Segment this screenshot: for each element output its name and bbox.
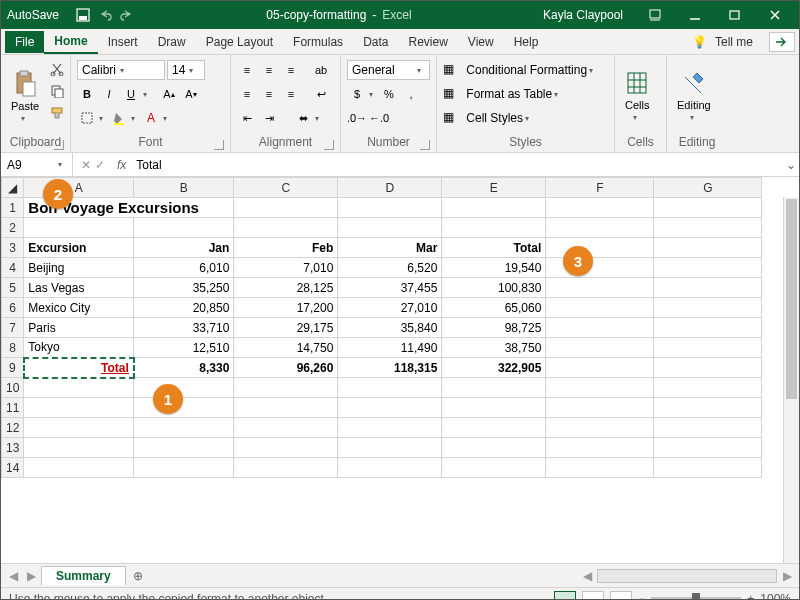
- align-middle-icon[interactable]: ≡: [259, 60, 279, 80]
- svg-rect-3: [730, 11, 739, 19]
- cancel-formula-icon[interactable]: ✕: [81, 158, 91, 172]
- select-all-corner[interactable]: ◢: [2, 178, 24, 198]
- selected-cell[interactable]: Total: [24, 358, 134, 378]
- minimize-icon[interactable]: [677, 1, 713, 29]
- align-bottom-icon[interactable]: ≡: [281, 60, 301, 80]
- formula-input[interactable]: Total: [130, 158, 783, 172]
- orientation-icon[interactable]: ab: [311, 60, 331, 80]
- conditional-formatting-button[interactable]: ▦ Conditional Formatting▾: [443, 59, 608, 81]
- col-header[interactable]: B: [134, 178, 234, 198]
- redo-icon[interactable]: [119, 7, 135, 23]
- callout-2: 2: [43, 179, 73, 209]
- col-header[interactable]: F: [546, 178, 654, 198]
- col-header[interactable]: A: [24, 178, 134, 198]
- vertical-scrollbar[interactable]: [783, 197, 799, 563]
- tab-data[interactable]: Data: [353, 31, 398, 53]
- increase-indent-icon[interactable]: ⇥: [259, 108, 279, 128]
- page-layout-view-icon[interactable]: [582, 591, 604, 601]
- percent-format-icon[interactable]: %: [379, 84, 399, 104]
- sheet-tab[interactable]: Summary: [41, 566, 126, 585]
- align-left-icon[interactable]: ≡: [237, 84, 257, 104]
- add-sheet-button[interactable]: ⊕: [128, 566, 148, 586]
- cell-styles-button[interactable]: ▦ Cell Styles▾: [443, 107, 608, 129]
- grow-font-button[interactable]: A▴: [159, 84, 179, 104]
- paste-button[interactable]: Paste ▾: [7, 59, 43, 134]
- fx-icon[interactable]: fx: [113, 158, 130, 172]
- share-button[interactable]: [769, 32, 795, 52]
- zoom-level[interactable]: 100%: [760, 592, 791, 601]
- tab-home[interactable]: Home: [44, 30, 97, 54]
- fill-color-button[interactable]: [109, 108, 129, 128]
- format-painter-icon[interactable]: [47, 103, 67, 123]
- merge-icon[interactable]: ⬌: [293, 108, 313, 128]
- enter-formula-icon[interactable]: ✓: [95, 158, 105, 172]
- align-right-icon[interactable]: ≡: [281, 84, 301, 104]
- font-color-button[interactable]: A: [141, 108, 161, 128]
- save-icon[interactable]: [75, 7, 91, 23]
- tab-formulas[interactable]: Formulas: [283, 31, 353, 53]
- tab-view[interactable]: View: [458, 31, 504, 53]
- decrease-indent-icon[interactable]: ⇤: [237, 108, 257, 128]
- align-center-icon[interactable]: ≡: [259, 84, 279, 104]
- page-break-view-icon[interactable]: [610, 591, 632, 601]
- svg-rect-10: [55, 89, 63, 98]
- tab-review[interactable]: Review: [398, 31, 457, 53]
- spreadsheet-grid[interactable]: ◢ A B C D E F G 1Bon Voyage Excursions 2…: [1, 177, 799, 563]
- col-header[interactable]: D: [338, 178, 442, 198]
- svg-rect-1: [79, 16, 87, 20]
- increase-decimal-icon[interactable]: .0→: [347, 108, 367, 128]
- tab-nav-prev-icon[interactable]: ◀: [5, 569, 21, 583]
- format-as-table-button[interactable]: ▦ Format as Table▾: [443, 83, 608, 105]
- tab-file[interactable]: File: [5, 31, 44, 53]
- tab-help[interactable]: Help: [504, 31, 549, 53]
- app-name: Excel: [382, 8, 411, 22]
- bold-button[interactable]: B: [77, 84, 97, 104]
- zoom-in-button[interactable]: +: [747, 592, 754, 601]
- tab-insert[interactable]: Insert: [98, 31, 148, 53]
- copy-icon[interactable]: [47, 81, 67, 101]
- underline-button[interactable]: U: [121, 84, 141, 104]
- maximize-icon[interactable]: [717, 1, 753, 29]
- col-header[interactable]: E: [442, 178, 546, 198]
- italic-button[interactable]: I: [99, 84, 119, 104]
- svg-rect-11: [52, 108, 62, 113]
- sheet-tabs-bar: ◀ ▶ Summary ⊕ ◀▶: [1, 563, 799, 587]
- accounting-format-icon[interactable]: $: [347, 84, 367, 104]
- close-icon[interactable]: [757, 1, 793, 29]
- zoom-out-button[interactable]: −: [638, 592, 645, 601]
- col-header[interactable]: C: [234, 178, 338, 198]
- svg-rect-6: [23, 82, 35, 96]
- cut-icon[interactable]: [47, 59, 67, 79]
- horizontal-scrollbar[interactable]: ◀▶: [579, 569, 795, 583]
- cells-button[interactable]: Cells▾: [621, 59, 653, 134]
- wrap-text-icon[interactable]: ↩: [311, 84, 331, 104]
- font-name-select[interactable]: Calibri▾: [77, 60, 165, 80]
- ribbon-options-icon[interactable]: [637, 1, 673, 29]
- font-size-select[interactable]: 14▾: [167, 60, 205, 80]
- tab-page-layout[interactable]: Page Layout: [196, 31, 283, 53]
- expand-formula-icon[interactable]: ⌄: [783, 158, 799, 172]
- tab-draw[interactable]: Draw: [148, 31, 196, 53]
- callout-1: 1: [153, 384, 183, 414]
- undo-icon[interactable]: [97, 7, 113, 23]
- shrink-font-button[interactable]: A▾: [181, 84, 201, 104]
- doc-title: 05-copy-formatting: [266, 8, 366, 22]
- tab-nav-next-icon[interactable]: ▶: [23, 569, 39, 583]
- align-top-icon[interactable]: ≡: [237, 60, 257, 80]
- editing-button[interactable]: Editing▾: [673, 59, 715, 134]
- number-format-select[interactable]: General▾: [347, 60, 430, 80]
- number-launcher[interactable]: [420, 140, 430, 150]
- normal-view-icon[interactable]: [554, 591, 576, 601]
- ribbon: Paste ▾ Clipboard Calibri▾ 14▾ B I U▾ A▴: [1, 55, 799, 153]
- decrease-decimal-icon[interactable]: ←.0: [369, 108, 389, 128]
- comma-format-icon[interactable]: ,: [401, 84, 421, 104]
- col-header[interactable]: G: [654, 178, 762, 198]
- font-launcher[interactable]: [214, 140, 224, 150]
- zoom-slider[interactable]: [651, 597, 741, 601]
- alignment-launcher[interactable]: [324, 140, 334, 150]
- tell-me[interactable]: Tell me: [713, 31, 763, 53]
- name-box[interactable]: A9▾: [1, 153, 73, 176]
- row-header[interactable]: 1: [2, 198, 24, 218]
- borders-button[interactable]: [77, 108, 97, 128]
- clipboard-launcher[interactable]: [54, 140, 64, 150]
